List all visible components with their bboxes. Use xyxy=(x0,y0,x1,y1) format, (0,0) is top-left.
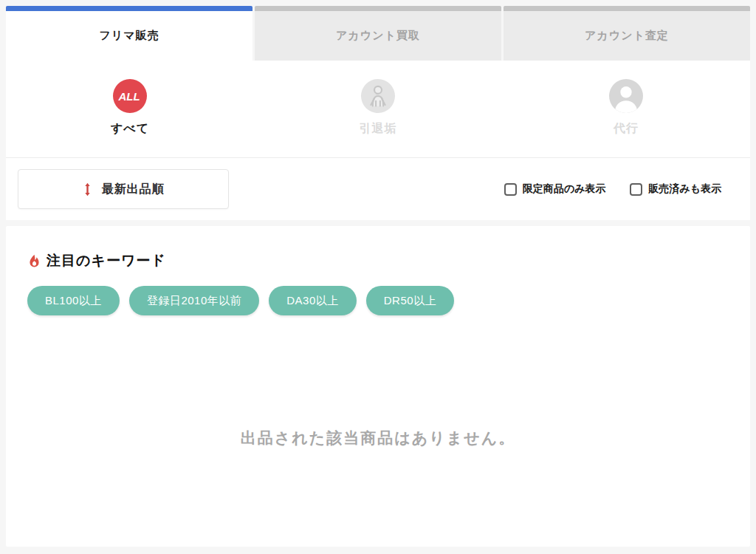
category-proxy[interactable]: 代行 xyxy=(502,79,750,157)
tab-account-assessment[interactable]: アカウント査定 xyxy=(504,6,750,61)
keyword-tag[interactable]: DA30以上 xyxy=(269,286,357,315)
keyword-tag-list: BL100以上 登録日2010年以前 DA30以上 DR50以上 xyxy=(27,286,729,315)
tab-inactive-indicator xyxy=(504,6,750,11)
tab-account-purchase[interactable]: アカウント買取 xyxy=(255,6,501,61)
category-retired-account[interactable]: 引退垢 xyxy=(254,79,502,157)
featured-keywords-title: 注目のキーワード xyxy=(47,251,166,270)
person-silhouette-icon xyxy=(609,79,643,113)
keyword-tag[interactable]: 登録日2010年以前 xyxy=(129,286,259,315)
category-label: 代行 xyxy=(614,121,639,137)
checkbox-label: 販売済みも表示 xyxy=(648,182,721,196)
tab-label: アカウント買取 xyxy=(336,29,420,43)
display-options: 限定商品のみ表示 販売済みも表示 xyxy=(504,182,721,196)
category-row: ALL すべて xyxy=(6,61,750,157)
checkbox-show-sold-items[interactable]: 販売済みも表示 xyxy=(630,182,721,196)
featured-keywords-heading: 注目のキーワード xyxy=(27,251,729,270)
retired-person-icon xyxy=(361,79,395,113)
checkbox-label: 限定商品のみ表示 xyxy=(523,182,606,196)
filter-bar: 最新出品順 限定商品のみ表示 販売済みも表示 xyxy=(6,158,750,220)
category-label: すべて xyxy=(111,121,149,137)
checkbox-box[interactable] xyxy=(630,183,642,196)
page: フリマ販売 アカウント買取 アカウント査定 ALL xyxy=(0,0,756,554)
sort-button-label: 最新出品順 xyxy=(102,182,165,197)
tab-active-indicator xyxy=(6,6,252,11)
tab-furima-sales[interactable]: フリマ販売 xyxy=(6,6,252,61)
tab-label: アカウント査定 xyxy=(585,29,669,43)
checkbox-limited-items-only[interactable]: 限定商品のみ表示 xyxy=(504,182,606,196)
all-badge-icon: ALL xyxy=(113,79,147,113)
empty-results-message: 出品された該当商品はありません。 xyxy=(27,428,729,448)
sort-button[interactable]: 最新出品順 xyxy=(18,169,229,209)
category-all[interactable]: ALL すべて xyxy=(6,79,254,157)
all-badge-text: ALL xyxy=(118,90,140,103)
checkbox-box[interactable] xyxy=(504,183,517,196)
keyword-tag[interactable]: DR50以上 xyxy=(366,286,454,315)
flame-icon xyxy=(27,254,41,268)
keyword-tag[interactable]: BL100以上 xyxy=(27,286,120,315)
listing-panel: フリマ販売 アカウント買取 アカウント査定 ALL xyxy=(6,6,750,220)
tab-bar: フリマ販売 アカウント買取 アカウント査定 xyxy=(6,6,750,61)
tab-inactive-indicator xyxy=(255,6,501,11)
tab-label: フリマ販売 xyxy=(99,29,159,43)
sort-arrows-icon xyxy=(83,182,92,196)
results-panel: 注目のキーワード BL100以上 登録日2010年以前 DA30以上 DR50以… xyxy=(6,226,750,547)
category-label: 引退垢 xyxy=(360,121,397,137)
